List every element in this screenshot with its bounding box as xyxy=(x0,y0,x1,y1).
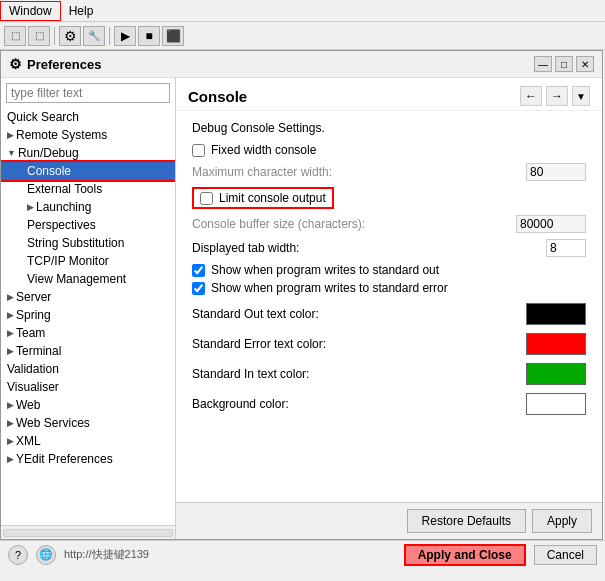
toolbar-btn-3[interactable]: ⚙ xyxy=(59,26,81,46)
std-err-color-swatch[interactable] xyxy=(526,333,586,355)
toolbar-btn-2[interactable]: ⬚ xyxy=(28,26,50,46)
std-err-color-row: Standard Error text color: xyxy=(192,333,586,355)
max-char-row: Maximum character width: xyxy=(192,163,586,181)
string-substitution-label: String Substitution xyxy=(27,236,124,250)
yedit-arrow: ▶ xyxy=(7,454,14,464)
sidebar-item-web-services[interactable]: ▶ Web Services xyxy=(1,414,175,432)
sidebar-item-terminal[interactable]: ▶ Terminal xyxy=(1,342,175,360)
bottom-bar: ? 🌐 http://快捷键2139 Apply and Close Cance… xyxy=(0,540,605,568)
std-in-color-swatch[interactable] xyxy=(526,363,586,385)
sidebar-item-launching[interactable]: ▶ Launching xyxy=(1,198,175,216)
content-footer: Restore Defaults Apply xyxy=(176,502,602,539)
apply-and-close-button[interactable]: Apply and Close xyxy=(404,544,526,566)
sidebar-item-view-management[interactable]: View Management xyxy=(1,270,175,288)
show-stderr-label: Show when program writes to standard err… xyxy=(211,281,448,295)
sidebar-item-yedit[interactable]: ▶ YEdit Preferences xyxy=(1,450,175,468)
std-out-color-label: Standard Out text color: xyxy=(192,307,526,321)
std-in-color-label: Standard In text color: xyxy=(192,367,526,381)
tcp-ip-label: TCP/IP Monitor xyxy=(27,254,109,268)
sidebar-item-spring[interactable]: ▶ Spring xyxy=(1,306,175,324)
filter-input[interactable] xyxy=(6,83,170,103)
team-arrow: ▶ xyxy=(7,328,14,338)
fixed-width-row: Fixed width console xyxy=(192,143,586,157)
std-out-color-swatch[interactable] xyxy=(526,303,586,325)
sidebar-item-web[interactable]: ▶ Web xyxy=(1,396,175,414)
apply-button[interactable]: Apply xyxy=(532,509,592,533)
nav-back-button[interactable]: ← xyxy=(520,86,542,106)
perspectives-label: Perspectives xyxy=(27,218,96,232)
sidebar-item-server[interactable]: ▶ Server xyxy=(1,288,175,306)
yedit-label: YEdit Preferences xyxy=(16,452,113,466)
cancel-button[interactable]: Cancel xyxy=(534,545,597,565)
close-button[interactable]: ✕ xyxy=(576,56,594,72)
buffer-size-label: Console buffer size (characters): xyxy=(192,217,516,231)
max-char-input[interactable] xyxy=(526,163,586,181)
nav-dropdown-button[interactable]: ▼ xyxy=(572,86,590,106)
run-debug-label: Run/Debug xyxy=(18,146,79,160)
section-label: Debug Console Settings. xyxy=(192,121,586,135)
view-management-label: View Management xyxy=(27,272,126,286)
preferences-icon: ⚙ xyxy=(9,56,22,72)
fixed-width-checkbox[interactable] xyxy=(192,144,205,157)
sidebar-item-console[interactable]: Console xyxy=(1,162,175,180)
show-stdout-checkbox[interactable] xyxy=(192,264,205,277)
limit-output-row: Limit console output xyxy=(192,187,334,209)
toolbar-btn-5[interactable]: ▶ xyxy=(114,26,136,46)
toolbar-separator-2 xyxy=(109,27,110,45)
tab-width-label: Displayed tab width: xyxy=(192,241,546,255)
dialog-title: ⚙ Preferences xyxy=(9,56,101,72)
restore-defaults-button[interactable]: Restore Defaults xyxy=(407,509,526,533)
content-title: Console xyxy=(188,88,247,105)
team-label: Team xyxy=(16,326,45,340)
web-label: Web xyxy=(16,398,40,412)
sidebar-item-quick-search[interactable]: Quick Search xyxy=(1,108,175,126)
globe-icon[interactable]: 🌐 xyxy=(36,545,56,565)
bg-color-label: Background color: xyxy=(192,397,526,411)
sidebar-item-remote-systems[interactable]: ▶ Remote Systems xyxy=(1,126,175,144)
bottom-url: http://快捷键2139 xyxy=(64,547,396,562)
tab-width-row: Displayed tab width: xyxy=(192,239,586,257)
tab-width-input[interactable] xyxy=(546,239,586,257)
buffer-size-input[interactable] xyxy=(516,215,586,233)
spring-arrow: ▶ xyxy=(7,310,14,320)
web-arrow: ▶ xyxy=(7,400,14,410)
bg-color-swatch[interactable] xyxy=(526,393,586,415)
sidebar-item-visualiser[interactable]: Visualiser xyxy=(1,378,175,396)
fixed-width-label: Fixed width console xyxy=(211,143,316,157)
show-stdout-row: Show when program writes to standard out xyxy=(192,263,586,277)
visualiser-label: Visualiser xyxy=(7,380,59,394)
sidebar-item-team[interactable]: ▶ Team xyxy=(1,324,175,342)
sidebar-item-perspectives[interactable]: Perspectives xyxy=(1,216,175,234)
sidebar-item-run-debug[interactable]: ▼ Run/Debug xyxy=(1,144,175,162)
show-stderr-checkbox[interactable] xyxy=(192,282,205,295)
minimize-button[interactable]: — xyxy=(534,56,552,72)
xml-arrow: ▶ xyxy=(7,436,14,446)
sidebar-item-validation[interactable]: Validation xyxy=(1,360,175,378)
remote-systems-label: Remote Systems xyxy=(16,128,107,142)
terminal-label: Terminal xyxy=(16,344,61,358)
toolbar-btn-6[interactable]: ■ xyxy=(138,26,160,46)
sidebar-item-string-substitution[interactable]: String Substitution xyxy=(1,234,175,252)
toolbar-btn-7[interactable]: ⬛ xyxy=(162,26,184,46)
toolbar-btn-1[interactable]: ⬚ xyxy=(4,26,26,46)
toolbar-btn-4[interactable]: 🔧 xyxy=(83,26,105,46)
sidebar-scrollbar[interactable] xyxy=(1,525,175,539)
maximize-button[interactable]: □ xyxy=(555,56,573,72)
help-menu[interactable]: Help xyxy=(61,2,102,20)
std-err-color-label: Standard Error text color: xyxy=(192,337,526,351)
limit-output-label: Limit console output xyxy=(219,191,326,205)
external-tools-label: External Tools xyxy=(27,182,102,196)
sidebar: Quick Search ▶ Remote Systems ▼ Run/Debu… xyxy=(1,78,176,539)
sidebar-item-xml[interactable]: ▶ XML xyxy=(1,432,175,450)
show-stderr-row: Show when program writes to standard err… xyxy=(192,281,586,295)
nav-forward-button[interactable]: → xyxy=(546,86,568,106)
window-menu[interactable]: Window xyxy=(0,1,61,21)
launching-label: Launching xyxy=(36,200,91,214)
sidebar-item-tcp-ip[interactable]: TCP/IP Monitor xyxy=(1,252,175,270)
console-label: Console xyxy=(27,164,71,178)
help-icon[interactable]: ? xyxy=(8,545,28,565)
tree: Quick Search ▶ Remote Systems ▼ Run/Debu… xyxy=(1,108,175,525)
validation-label: Validation xyxy=(7,362,59,376)
sidebar-item-external-tools[interactable]: External Tools xyxy=(1,180,175,198)
limit-output-checkbox[interactable] xyxy=(200,192,213,205)
